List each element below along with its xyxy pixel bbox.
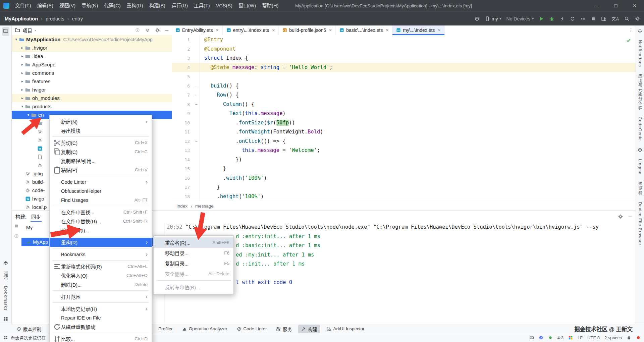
code-line[interactable]: 3struct Index { — [172, 54, 636, 63]
layers-icon[interactable] — [3, 261, 8, 266]
tree-item[interactable]: ▸hvigor — [11, 86, 172, 94]
tool-window-stripe-label[interactable]: 预览器 — [637, 181, 643, 195]
menubar-item[interactable]: VCS(S) — [213, 0, 235, 11]
status-widget[interactable]: 2 spaces — [604, 335, 622, 340]
menubar-item[interactable]: 导航(N) — [78, 0, 101, 11]
editor-breadcrumb-item[interactable]: message — [195, 204, 214, 209]
menubar-item[interactable]: 运行(R) — [168, 0, 191, 11]
locate-task-icon[interactable] — [14, 233, 19, 239]
tool-window-stripe-label[interactable]: Notifications — [638, 40, 642, 67]
menu-item[interactable]: 移动目录...F6 — [154, 248, 233, 258]
tab-close-icon[interactable]: × — [438, 27, 440, 33]
panel-settings-icon[interactable] — [155, 27, 160, 33]
menu-item[interactable]: 导出模块 — [50, 126, 152, 135]
tool-window-button[interactable]: 服务 — [273, 325, 295, 333]
debug-button[interactable] — [549, 16, 554, 21]
tab-close-icon[interactable]: × — [386, 27, 388, 33]
menu-item[interactable]: Bookmarks› — [50, 250, 152, 259]
lock-icon[interactable] — [627, 335, 631, 340]
tree-item[interactable]: ▸oh_modules — [11, 94, 172, 102]
code-line[interactable]: 4 @State message: string = 'Hello World'… — [172, 63, 636, 72]
hide-panel-icon[interactable]: ─ — [165, 27, 168, 33]
code-line[interactable]: 8− Column() { — [172, 100, 636, 109]
tree-item[interactable]: ▾products — [11, 102, 172, 111]
menu-item[interactable]: 复制(C)Ctrl+C — [50, 147, 152, 156]
code-line[interactable]: 17 } — [172, 183, 636, 192]
tool-window-stripe-label[interactable]: 应用与元服务体验 — [637, 74, 643, 110]
menu-item[interactable]: Find UsagesAlt+F7 — [50, 195, 152, 205]
menu-item[interactable]: 新建(N)› — [50, 117, 152, 126]
stop-button[interactable] — [591, 16, 596, 21]
menu-item[interactable]: 复制目录...F5 — [154, 258, 233, 269]
device-manager-button[interactable] — [601, 16, 606, 21]
tool-window-stripe-label[interactable]: Lingma — [638, 159, 642, 175]
chevron-down-icon[interactable]: ▾ — [35, 28, 36, 32]
code-line[interactable]: 14 }) — [172, 155, 636, 165]
breadcrumb-item[interactable]: entry — [72, 16, 83, 21]
menubar-item[interactable]: 重构(R) — [123, 0, 146, 11]
code-line[interactable]: 2@Component — [172, 45, 636, 54]
menubar-item[interactable]: 代码(C) — [101, 0, 123, 11]
attach-debugger-button[interactable] — [559, 16, 565, 21]
menu-item[interactable]: 反转布尔值(B)... — [154, 282, 233, 292]
tool-window-stripe-label[interactable]: CodeGenie — [638, 117, 642, 141]
menu-item[interactable]: Repair IDE on File — [50, 313, 152, 322]
menubar-item[interactable]: 文件(F) — [12, 0, 34, 11]
editor-breadcrumb-item[interactable]: Index — [176, 204, 187, 209]
fold-marker-icon[interactable]: − — [193, 100, 200, 109]
menubar-item[interactable]: 编辑(E) — [34, 0, 56, 11]
tree-item[interactable]: ▸.hvigor — [11, 44, 172, 52]
menu-item[interactable]: 重新格式化代码(R)Ctrl+Alt+L — [50, 262, 152, 271]
hide-build-panel-icon[interactable]: ─ — [629, 214, 632, 219]
fold-marker-icon[interactable]: − — [193, 91, 200, 100]
fold-marker-icon[interactable]: − — [193, 137, 200, 146]
menu-item[interactable]: 删除(D)...Delete — [50, 280, 152, 289]
editor-tab[interactable]: {}build-profile.json5× — [279, 25, 336, 35]
code-line[interactable]: 5 — [172, 72, 636, 81]
devices-dropdown[interactable]: No Devices▾ — [506, 16, 534, 21]
code-line[interactable]: 18 .height('100%') — [172, 192, 636, 202]
code-line[interactable]: 12− .onClick(() => { — [172, 137, 636, 146]
lingma-icon[interactable] — [539, 335, 543, 340]
status-widget[interactable]: LF — [578, 335, 583, 340]
menubar-item[interactable]: 帮助(H) — [259, 0, 281, 11]
menu-item[interactable]: 剪切(C)Ctrl+X — [50, 138, 152, 147]
restart-button[interactable] — [570, 16, 575, 21]
stop-build-icon[interactable] — [14, 223, 19, 229]
build-sync-tab[interactable]: 同步 — [31, 211, 42, 222]
tab-close-icon[interactable]: × — [329, 27, 332, 33]
editor-tab[interactable]: tsEntryAbility.ets× — [172, 25, 223, 35]
code-line[interactable]: 16 .width('100%') — [172, 174, 636, 183]
tab-options-icon[interactable] — [629, 25, 636, 35]
editor-tab[interactable]: tsmy\...\Index.ets× — [392, 25, 444, 35]
locate-file-icon[interactable] — [135, 27, 140, 33]
menu-item[interactable]: 比较...Ctrl+D — [50, 334, 152, 342]
menu-item[interactable]: 本地历史记录(H)› — [50, 304, 152, 313]
menu-item[interactable]: 复制路径/引用... — [50, 156, 152, 165]
close-button[interactable]: × — [625, 0, 644, 11]
run-target-icon[interactable] — [474, 16, 480, 21]
tree-item[interactable]: ▸AppScope — [11, 60, 172, 69]
profiler-button[interactable] — [580, 16, 586, 21]
project-tool-window-button[interactable] — [2, 27, 9, 36]
tab-close-icon[interactable]: × — [216, 27, 219, 33]
tool-window-button[interactable]: Operation Analyzer — [179, 325, 230, 332]
keyboard-icon[interactable] — [529, 335, 534, 340]
search-icon[interactable] — [624, 16, 630, 21]
code-line[interactable]: 6− build() { — [172, 81, 636, 91]
status-widget[interactable]: 4:3 — [557, 335, 564, 340]
fold-marker-icon[interactable]: − — [193, 81, 200, 91]
tool-window-button[interactable]: Profiler — [155, 325, 176, 332]
tool-window-stripe-label[interactable]: Device File Browser — [638, 202, 642, 245]
tree-item[interactable]: ▸features — [11, 77, 172, 86]
code-line[interactable]: 10 .fontSize($r(50fp)) — [172, 118, 636, 128]
code-editor[interactable]: 1@Entry2@Component3struct Index {4 @Stat… — [172, 35, 636, 201]
tree-item[interactable]: ▸commons — [11, 69, 172, 77]
collapse-all-icon[interactable] — [145, 27, 150, 33]
menu-item[interactable]: ObfuscationHelper — [50, 186, 152, 195]
menu-item[interactable]: 在文件中查找...Ctrl+Shift+F — [50, 208, 152, 217]
circlelogo-icon[interactable] — [638, 148, 642, 152]
menu-item[interactable]: 粘贴(P)Ctrl+V — [50, 165, 152, 174]
build-output[interactable]: 20:52"C:\Program Files\Huawei\DevEco Stu… — [164, 223, 636, 324]
code-line[interactable]: 7− Row() { — [172, 91, 636, 100]
